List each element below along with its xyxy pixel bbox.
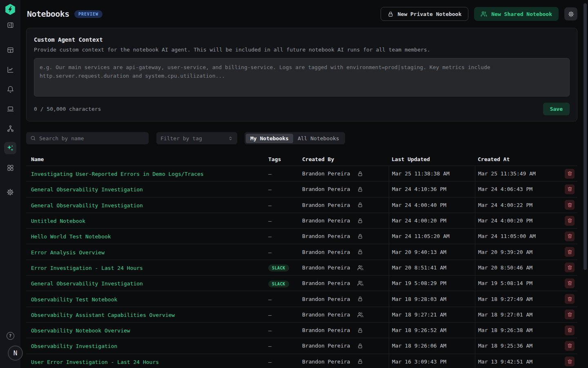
new-private-notebook-button[interactable]: New Private Notebook	[381, 7, 469, 21]
people-icon	[481, 11, 487, 17]
save-button[interactable]: Save	[543, 103, 570, 115]
last-updated-value: Mar 18 9:26:52 AM	[392, 327, 446, 333]
people-icon	[357, 280, 363, 286]
settings-gear-icon[interactable]	[4, 186, 16, 198]
column-last-updated: Last Updated	[389, 153, 475, 166]
notebook-name-link[interactable]: Observability Notebook Overview	[31, 328, 130, 334]
delete-notebook-button[interactable]	[565, 184, 575, 194]
delete-notebook-button[interactable]	[565, 169, 575, 179]
notebook-name-link[interactable]: Observability Test Notebook	[31, 296, 117, 303]
no-tag-dash: —	[268, 233, 272, 240]
search-input[interactable]	[39, 135, 145, 141]
table-row: Observability Test Notebook — Brandon Pe…	[26, 291, 577, 307]
created-by-name: Brandon Pereira	[302, 280, 350, 286]
notebook-name-link[interactable]: General Observability Investigation	[31, 186, 143, 193]
notebook-scope-tabs: My Notebooks All Notebooks	[245, 132, 345, 144]
search-box[interactable]	[26, 132, 149, 144]
new-shared-notebook-button[interactable]: New Shared Notebook	[474, 7, 559, 21]
no-tag-dash: —	[268, 202, 272, 209]
tab-my-notebooks[interactable]: My Notebooks	[246, 134, 293, 143]
app-logo-icon[interactable]	[4, 3, 16, 16]
lock-icon	[357, 202, 363, 208]
people-icon	[357, 312, 363, 318]
notebook-name-link[interactable]: Observability Assistant Capabilities Ove…	[31, 312, 175, 318]
delete-notebook-button[interactable]	[565, 341, 575, 351]
delete-notebook-button[interactable]	[565, 357, 575, 366]
notebook-name-link[interactable]: Untitled Notebook	[31, 218, 85, 224]
notebook-name-link[interactable]: General Observability Investigation	[31, 280, 143, 287]
apps-grid-icon[interactable]	[4, 162, 16, 174]
help-icon[interactable]: ?	[7, 332, 14, 340]
panel-toggle-icon[interactable]	[4, 19, 16, 31]
last-updated-value: Mar 19 5:08:29 PM	[392, 280, 446, 286]
notebook-name-link[interactable]: User Error Investigation - Last 24 Hours	[31, 359, 159, 365]
user-avatar[interactable]: N	[8, 346, 23, 361]
scrollbar-thumb[interactable]	[584, 3, 587, 270]
lock-icon	[357, 218, 363, 224]
table-row: Investigating User-Reported Errors in De…	[26, 166, 577, 182]
table-row: Error Analysis Overview — Brandon Pereir…	[26, 244, 577, 260]
notebooks-ai-sparkles-icon[interactable]	[4, 142, 16, 154]
no-tag-dash: —	[268, 328, 272, 334]
table-row: General Observability Investigation — Br…	[26, 197, 577, 213]
delete-notebook-button[interactable]	[565, 216, 575, 226]
tag-filter-select[interactable]: Filter by tag	[156, 132, 237, 144]
created-by-name: Brandon Pereira	[302, 359, 350, 365]
last-updated-value: Mar 18 9:26:06 AM	[392, 343, 446, 349]
last-updated-value: Mar 24 4:00:40 PM	[392, 202, 446, 208]
notebook-name-link[interactable]: Error Investigation - Last 24 Hours	[31, 265, 143, 271]
notebook-name-link[interactable]: General Observability Investigation	[31, 202, 143, 209]
no-tag-dash: —	[268, 296, 272, 303]
delete-notebook-button[interactable]	[565, 278, 575, 288]
notebook-name-link[interactable]: Hello World Test Notebook	[31, 233, 111, 240]
last-updated-value: Mar 18 9:27:21 AM	[392, 312, 446, 318]
notebook-name-link[interactable]: Investigating User-Reported Errors in De…	[31, 171, 204, 177]
created-at-value: Mar 13 9:42:51 AM	[478, 359, 532, 365]
topology-icon[interactable]	[4, 122, 16, 135]
custom-agent-context-card: Custom Agent Context Provide custom cont…	[26, 28, 577, 121]
context-card-description: Provide custom context for the notebook …	[34, 47, 570, 53]
table-row: General Observability Investigation — Br…	[26, 182, 577, 197]
created-at-value: Mar 19 5:08:14 PM	[478, 280, 532, 286]
last-updated-value: Mar 24 11:05:20 AM	[392, 233, 450, 239]
no-tag-dash: —	[268, 186, 272, 193]
tables-icon[interactable]	[4, 44, 16, 56]
table-header: Name Tags Created By Last Updated Create…	[26, 153, 577, 166]
delete-notebook-button[interactable]	[565, 310, 575, 319]
hosts-laptop-icon[interactable]	[4, 103, 16, 115]
lock-icon	[357, 233, 363, 239]
column-created-by: Created By	[302, 156, 389, 162]
created-at-value: Mar 18 9:26:38 AM	[478, 327, 532, 333]
page-title: Notebooks	[27, 9, 69, 19]
created-by-name: Brandon Pereira	[302, 327, 350, 333]
delete-notebook-button[interactable]	[565, 263, 575, 272]
lock-icon	[357, 249, 363, 255]
notebook-name-link[interactable]: Observability Investigation	[31, 343, 117, 349]
delete-notebook-button[interactable]	[565, 325, 575, 335]
notebook-settings-gear-button[interactable]	[564, 7, 577, 20]
agent-context-input[interactable]	[34, 58, 570, 96]
column-tags: Tags	[268, 156, 302, 162]
created-at-value: Mar 20 9:39:20 AM	[478, 249, 532, 255]
lock-icon	[357, 328, 363, 333]
table-row: Observability Investigation — Brandon Pe…	[26, 338, 577, 354]
people-icon	[357, 265, 363, 271]
delete-notebook-button[interactable]	[565, 294, 575, 304]
delete-notebook-button[interactable]	[565, 200, 575, 210]
last-updated-value: Mar 25 11:38:38 AM	[392, 171, 450, 177]
created-at-value: Mar 24 11:05:00 AM	[478, 233, 536, 239]
delete-notebook-button[interactable]	[565, 247, 575, 257]
last-updated-value: Mar 18 9:28:03 AM	[392, 296, 446, 302]
notebook-name-link[interactable]: Error Analysis Overview	[31, 249, 105, 256]
table-row: Observability Notebook Overview — Brando…	[26, 323, 577, 338]
tab-all-notebooks[interactable]: All Notebooks	[293, 134, 344, 143]
delete-notebook-button[interactable]	[565, 231, 575, 241]
table-row: User Error Investigation - Last 24 Hours…	[26, 354, 577, 368]
created-at-value: Mar 18 9:27:01 AM	[478, 312, 532, 318]
alerts-bell-icon[interactable]	[4, 83, 16, 95]
metrics-chart-icon[interactable]	[4, 63, 16, 76]
context-card-title: Custom Agent Context	[34, 36, 570, 43]
no-tag-dash: —	[268, 218, 272, 224]
created-by-name: Brandon Pereira	[302, 171, 350, 177]
lock-icon	[357, 296, 363, 302]
